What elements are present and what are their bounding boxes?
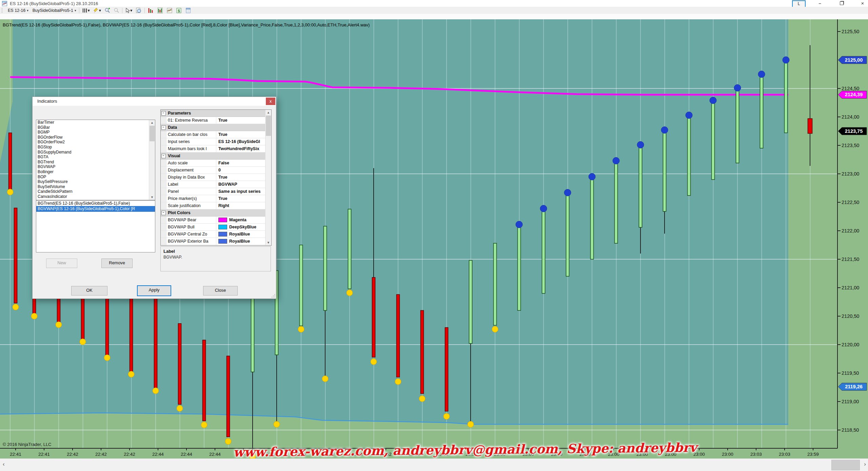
blue-signal-dot xyxy=(783,57,789,63)
indicator-list-item[interactable]: CanvasIndicator xyxy=(36,194,155,199)
collapse-icon[interactable]: − xyxy=(161,125,166,130)
property-value[interactable]: DeepSkyBlue xyxy=(216,224,271,230)
indicator-list-item[interactable]: BGStop xyxy=(36,145,155,150)
configured-indicator-item[interactable]: BGVWAP(ES 12-16 (BuySideGlobalPro5-1),Co… xyxy=(36,206,155,211)
property-label: Input series xyxy=(166,138,216,145)
property-value[interactable]: Navy xyxy=(216,245,271,246)
indicator-list-item[interactable]: BGOrderFlow xyxy=(36,135,155,140)
blue-signal-dot xyxy=(661,127,668,134)
property-section-header[interactable]: −Visual xyxy=(161,152,271,160)
time-tick-label: 22:41 xyxy=(10,452,21,457)
scroll-right-arrow[interactable]: › xyxy=(864,461,866,468)
indicator-parameters-label: BGTrend(ES 12-16 (BuySideGlobalPro5-1),F… xyxy=(3,22,370,27)
indicator-list-item[interactable]: BGTrend xyxy=(36,160,155,165)
grid-scrollbar[interactable]: ▲ ▼ xyxy=(265,110,271,245)
time-tick-label: 22:41 xyxy=(38,452,50,457)
blue-signal-dot xyxy=(540,205,547,212)
property-value[interactable]: ES 12-16 (BuySideGl xyxy=(216,138,271,145)
property-row[interactable]: BGVWAP Exterior BaNavy xyxy=(161,245,271,246)
indicator-list-item[interactable]: BGTA xyxy=(36,155,155,160)
property-section-header[interactable]: −Plot Colors xyxy=(161,209,271,217)
property-row[interactable]: BGVWAP Central ZoRoyalBlue xyxy=(161,231,271,238)
remove-button[interactable]: Remove xyxy=(101,259,133,268)
property-value[interactable]: True xyxy=(216,131,271,138)
property-row[interactable]: PanelSame as input series xyxy=(161,188,271,195)
property-value[interactable]: True xyxy=(216,174,271,181)
indicator-list-item[interactable]: BGVWAP xyxy=(36,164,155,169)
collapse-icon[interactable]: − xyxy=(161,111,166,116)
blue-signal-dot xyxy=(516,221,522,228)
collapse-icon[interactable]: − xyxy=(161,211,166,215)
property-value[interactable]: Magenta xyxy=(216,217,271,223)
collapse-icon[interactable]: − xyxy=(161,154,166,158)
property-row[interactable]: BGVWAP BullDeepSkyBlue xyxy=(161,224,271,231)
property-row[interactable]: Price marker(s)True xyxy=(161,195,271,202)
scrollbar-thumb[interactable] xyxy=(150,126,155,141)
indicator-list-item[interactable]: BGBar xyxy=(36,125,155,130)
property-row[interactable]: Scale justificationRight xyxy=(161,202,271,209)
property-value[interactable]: True xyxy=(216,117,271,124)
property-value[interactable]: Same as input series xyxy=(216,188,271,195)
property-row[interactable]: BGVWAP BearMagenta xyxy=(161,217,271,224)
property-row[interactable]: LabelBGVWAP xyxy=(161,181,271,188)
yellow-signal-dot xyxy=(298,326,304,332)
property-row[interactable]: BGVWAP Exterior BaRoyalBlue xyxy=(161,238,271,245)
dialog-titlebar[interactable]: Indicators x xyxy=(33,97,276,106)
property-row[interactable]: Displacement0 xyxy=(161,167,271,174)
indicator-list-item[interactable]: BOP xyxy=(36,175,155,180)
color-swatch xyxy=(218,225,227,229)
scroll-down-icon[interactable]: ▼ xyxy=(149,194,155,200)
property-value[interactable]: Right xyxy=(216,202,271,209)
scrollbar-thumb[interactable] xyxy=(831,460,860,470)
scrollbar-thumb[interactable] xyxy=(266,116,271,136)
price-tick-label: 2123,50 xyxy=(842,143,859,148)
time-tick-label: 22:44 xyxy=(152,452,164,457)
property-value[interactable]: BGVWAP xyxy=(216,181,271,188)
indicator-list-item[interactable]: CandleStickPattern xyxy=(36,189,155,194)
property-value[interactable]: RoyalBlue xyxy=(216,231,271,238)
indicator-list-item[interactable]: BGSupplyDemand xyxy=(36,150,155,155)
property-value[interactable]: True xyxy=(216,195,271,202)
property-label: Display in Data Box xyxy=(166,174,216,181)
property-value[interactable]: RoyalBlue xyxy=(216,238,271,245)
up-bar xyxy=(542,210,545,293)
indicator-list-item[interactable]: BuySellPressure xyxy=(36,179,155,184)
indicator-list-item[interactable]: BuySellVolume xyxy=(36,184,155,189)
property-row[interactable]: Maximum bars look lTwoHundredFiftySix xyxy=(161,145,271,152)
indicator-properties-grid[interactable]: −Parameters01: Extreme ReversaTrue−DataC… xyxy=(160,109,272,246)
scroll-up-icon[interactable]: ▲ xyxy=(265,110,271,115)
ok-button[interactable]: OK xyxy=(71,286,107,295)
property-help-box: Label BGVWAP. xyxy=(160,246,271,271)
configured-indicators-list[interactable]: BGTrend(ES 12-16 (BuySideGlobalPro5-1),F… xyxy=(36,200,155,252)
property-row[interactable]: Display in Data BoxTrue xyxy=(161,174,271,181)
property-value[interactable]: TwoHundredFiftySix xyxy=(216,145,271,152)
down-bar xyxy=(421,310,424,393)
price-marker-label: 2124,39 xyxy=(845,92,863,97)
scroll-down-icon[interactable]: ▼ xyxy=(265,240,271,245)
scroll-left-arrow[interactable]: ‹ xyxy=(3,461,5,468)
scroll-up-icon[interactable]: ▲ xyxy=(149,120,155,125)
property-row[interactable]: 01: Extreme ReversaTrue xyxy=(161,117,271,124)
property-row[interactable]: Auto scaleFalse xyxy=(161,160,271,167)
property-section-header[interactable]: −Parameters xyxy=(161,110,271,117)
indicator-list-item[interactable]: BarTimer xyxy=(36,120,155,125)
dialog-close-button[interactable]: x xyxy=(266,98,275,105)
property-section-header[interactable]: −Data xyxy=(161,124,271,131)
indicator-list-item[interactable]: Bollinger xyxy=(36,169,155,175)
dialog-title: Indicators xyxy=(37,99,57,104)
property-value[interactable]: False xyxy=(216,160,271,166)
indicator-list-item[interactable]: BGMP xyxy=(36,130,155,135)
property-label: Panel xyxy=(166,188,216,195)
price-marker-label: 2123,75 xyxy=(845,128,863,134)
list-scrollbar[interactable]: ▲ ▼ xyxy=(149,120,155,200)
indicator-list-item[interactable]: BGOrderFlow2 xyxy=(36,140,155,145)
property-row[interactable]: Input seriesES 12-16 (BuySideGl xyxy=(161,138,271,145)
dialog-resize-grip[interactable] xyxy=(271,294,275,298)
available-indicators-list[interactable]: BarTimerBGBarBGMPBGOrderFlowBGOrderFlow2… xyxy=(36,120,155,200)
property-row[interactable]: Calculate on bar closTrue xyxy=(161,131,271,138)
property-value[interactable]: 0 xyxy=(216,167,271,173)
close-dialog-button[interactable]: Close xyxy=(203,286,238,295)
apply-button[interactable]: Apply xyxy=(137,285,171,296)
up-bar xyxy=(469,260,472,343)
configured-indicator-item[interactable]: BGTrend(ES 12-16 (BuySideGlobalPro5-1),F… xyxy=(36,201,155,206)
